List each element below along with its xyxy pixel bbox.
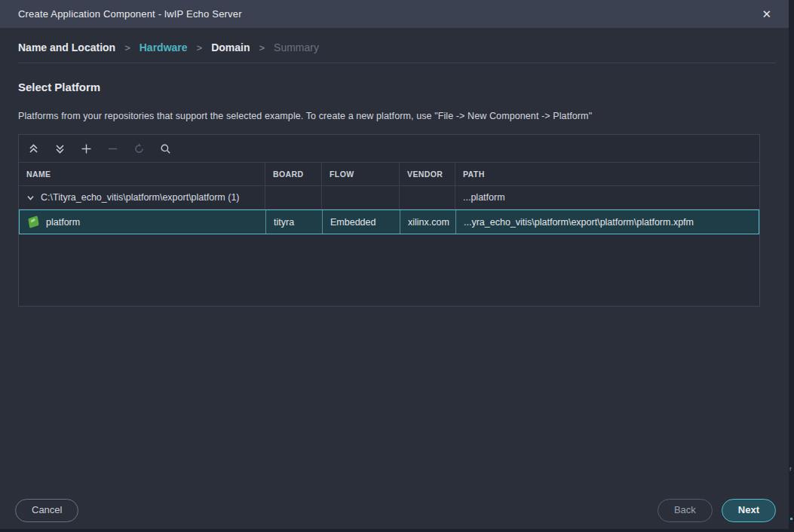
chevron-right-icon: > [124, 42, 130, 54]
dialog-title: Create Application Component - lwIP Echo… [18, 8, 242, 20]
chevron-down-icon[interactable] [26, 194, 35, 202]
platform-table: NAME BOARD FLOW VENDOR PATH C:\Tityra_ec… [18, 134, 760, 307]
group-name-cell: C:\Tityra_echo_vitis\platform\export\pla… [19, 186, 265, 209]
search-icon[interactable] [158, 142, 173, 156]
platform-icon [28, 216, 39, 228]
table-empty-area [19, 234, 759, 306]
chevron-right-icon: > [259, 42, 265, 54]
dialog-titlebar: Create Application Component - lwIP Echo… [0, 0, 794, 29]
table-header-row: NAME BOARD FLOW VENDOR PATH [19, 163, 759, 186]
collapse-all-icon[interactable] [26, 142, 41, 156]
back-button[interactable]: Back [658, 499, 713, 522]
add-icon[interactable] [79, 142, 94, 156]
expand-all-icon[interactable] [53, 142, 67, 156]
background-window-bottom-edge [0, 529, 794, 532]
table-row-platform-selected[interactable]: platform tityra Embedded xilinx.com ...y… [19, 209, 759, 234]
table-toolbar [19, 135, 759, 163]
platform-name-cell: platform [20, 210, 266, 234]
platform-vendor-cell: xilinx.com [400, 210, 456, 234]
column-header-name[interactable]: NAME [19, 163, 265, 185]
breadcrumb: Name and Location > Hardware > Domain > … [18, 41, 776, 54]
background-window-right-edge: f [789, 0, 794, 532]
group-vendor-cell [400, 186, 455, 209]
dialog-footer: Cancel Back Next [15, 499, 776, 522]
refresh-icon [132, 142, 146, 156]
column-header-flow[interactable]: FLOW [322, 163, 400, 185]
chevron-right-icon: > [197, 42, 203, 54]
group-flow-cell [322, 186, 400, 209]
column-header-board[interactable]: BOARD [265, 163, 322, 185]
page-title: Select Platform [18, 81, 776, 93]
column-header-vendor[interactable]: VENDOR [400, 163, 455, 185]
breadcrumb-divider [18, 63, 776, 63]
background-artifact [790, 518, 792, 520]
page-description: Platforms from your repositories that su… [18, 111, 776, 121]
cancel-button[interactable]: Cancel [15, 499, 78, 522]
next-button[interactable]: Next [722, 499, 776, 522]
group-board-cell [265, 186, 322, 209]
group-path-cell: ...platform [455, 186, 759, 209]
platform-flow-cell: Embedded [323, 210, 400, 234]
step-hardware[interactable]: Hardware [139, 41, 188, 54]
remove-icon [106, 142, 120, 156]
background-artifact: f [789, 466, 791, 472]
table-row-repository-group[interactable]: C:\Tityra_echo_vitis\platform\export\pla… [19, 186, 759, 209]
step-summary: Summary [274, 41, 319, 54]
platform-path-cell: ...yra_echo_vitis\platform\export\platfo… [456, 210, 759, 234]
column-header-path[interactable]: PATH [455, 163, 759, 185]
platform-board-cell: tityra [266, 210, 323, 234]
close-icon[interactable]: ✕ [757, 7, 776, 21]
step-name-and-location[interactable]: Name and Location [18, 41, 115, 54]
step-domain[interactable]: Domain [211, 41, 250, 54]
